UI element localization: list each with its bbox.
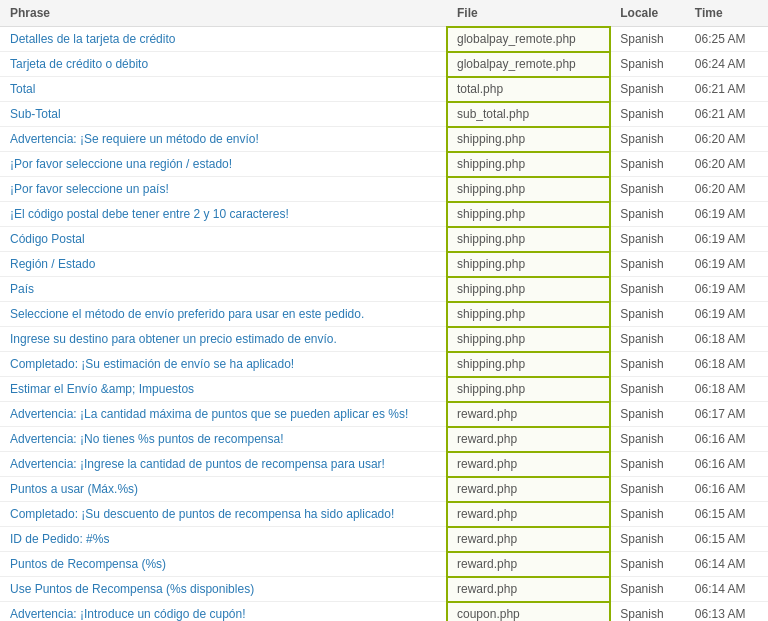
cell-phrase[interactable]: País [0,277,447,302]
cell-time: 06:18 AM [685,327,768,352]
table-row: ID de Pedido: #%sreward.phpSpanish06:15 … [0,527,768,552]
table-row: Advertencia: ¡No tienes %s puntos de rec… [0,427,768,452]
cell-locale: Spanish [610,402,685,427]
cell-phrase[interactable]: Use Puntos de Recompensa (%s disponibles… [0,577,447,602]
cell-file: reward.php [447,527,610,552]
cell-locale: Spanish [610,477,685,502]
cell-file: shipping.php [447,152,610,177]
cell-locale: Spanish [610,27,685,52]
cell-time: 06:19 AM [685,277,768,302]
cell-phrase[interactable]: Ingrese su destino para obtener un preci… [0,327,447,352]
cell-phrase[interactable]: Puntos a usar (Máx.%s) [0,477,447,502]
cell-file: shipping.php [447,302,610,327]
cell-file: shipping.php [447,327,610,352]
cell-time: 06:16 AM [685,427,768,452]
cell-time: 06:20 AM [685,177,768,202]
cell-phrase[interactable]: Puntos de Recompensa (%s) [0,552,447,577]
cell-time: 06:20 AM [685,127,768,152]
cell-phrase[interactable]: Región / Estado [0,252,447,277]
cell-phrase[interactable]: Sub-Total [0,102,447,127]
cell-file: reward.php [447,552,610,577]
cell-phrase[interactable]: Estimar el Envío &amp; Impuestos [0,377,447,402]
cell-file: shipping.php [447,252,610,277]
cell-locale: Spanish [610,177,685,202]
cell-phrase[interactable]: Completado: ¡Su estimación de envío se h… [0,352,447,377]
cell-locale: Spanish [610,152,685,177]
cell-locale: Spanish [610,377,685,402]
cell-phrase[interactable]: ID de Pedido: #%s [0,527,447,552]
table-row: Región / Estadoshipping.phpSpanish06:19 … [0,252,768,277]
table-row: Advertencia: ¡La cantidad máxima de punt… [0,402,768,427]
cell-phrase[interactable]: Seleccione el método de envío preferido … [0,302,447,327]
cell-phrase[interactable]: Total [0,77,447,102]
cell-time: 06:17 AM [685,402,768,427]
table-row: Completado: ¡Su descuento de puntos de r… [0,502,768,527]
cell-time: 06:16 AM [685,477,768,502]
cell-phrase[interactable]: ¡El código postal debe tener entre 2 y 1… [0,202,447,227]
cell-locale: Spanish [610,552,685,577]
table-row: Paísshipping.phpSpanish06:19 AM [0,277,768,302]
col-header-time: Time [685,0,768,27]
table-row: Puntos a usar (Máx.%s)reward.phpSpanish0… [0,477,768,502]
table-row: ¡El código postal debe tener entre 2 y 1… [0,202,768,227]
cell-phrase[interactable]: ¡Por favor seleccione una región / estad… [0,152,447,177]
table-row: Totaltotal.phpSpanish06:21 AM [0,77,768,102]
cell-time: 06:24 AM [685,52,768,77]
cell-locale: Spanish [610,277,685,302]
table-row: Tarjeta de crédito o débitoglobalpay_rem… [0,52,768,77]
table-row: Advertencia: ¡Ingrese la cantidad de pun… [0,452,768,477]
cell-time: 06:25 AM [685,27,768,52]
cell-time: 06:15 AM [685,527,768,552]
cell-time: 06:19 AM [685,302,768,327]
table-row: ¡Por favor seleccione una región / estad… [0,152,768,177]
cell-file: coupon.php [447,602,610,622]
col-header-phrase: Phrase [0,0,447,27]
cell-phrase[interactable]: Advertencia: ¡No tienes %s puntos de rec… [0,427,447,452]
cell-locale: Spanish [610,302,685,327]
cell-locale: Spanish [610,77,685,102]
cell-phrase[interactable]: Advertencia: ¡Se requiere un método de e… [0,127,447,152]
cell-locale: Spanish [610,52,685,77]
cell-phrase[interactable]: Advertencia: ¡Introduce un código de cup… [0,602,447,622]
table-row: ¡Por favor seleccione un país!shipping.p… [0,177,768,202]
cell-time: 06:19 AM [685,202,768,227]
cell-locale: Spanish [610,577,685,602]
cell-file: shipping.php [447,352,610,377]
cell-locale: Spanish [610,427,685,452]
cell-file: globalpay_remote.php [447,27,610,52]
table-row: Use Puntos de Recompensa (%s disponibles… [0,577,768,602]
cell-time: 06:21 AM [685,102,768,127]
table-header-row: Phrase File Locale Time [0,0,768,27]
cell-file: shipping.php [447,202,610,227]
cell-file: shipping.php [447,277,610,302]
cell-locale: Spanish [610,527,685,552]
table-row: Puntos de Recompensa (%s)reward.phpSpani… [0,552,768,577]
cell-phrase[interactable]: Advertencia: ¡Ingrese la cantidad de pun… [0,452,447,477]
cell-locale: Spanish [610,252,685,277]
cell-phrase[interactable]: Tarjeta de crédito o débito [0,52,447,77]
table-row: Estimar el Envío &amp; Impuestosshipping… [0,377,768,402]
table-row: Advertencia: ¡Se requiere un método de e… [0,127,768,152]
cell-time: 06:15 AM [685,502,768,527]
cell-time: 06:16 AM [685,452,768,477]
cell-file: globalpay_remote.php [447,52,610,77]
cell-locale: Spanish [610,602,685,622]
col-header-file: File [447,0,610,27]
cell-file: shipping.php [447,377,610,402]
cell-locale: Spanish [610,502,685,527]
cell-file: shipping.php [447,127,610,152]
cell-phrase[interactable]: Completado: ¡Su descuento de puntos de r… [0,502,447,527]
cell-time: 06:18 AM [685,352,768,377]
table-row: Completado: ¡Su estimación de envío se h… [0,352,768,377]
cell-phrase[interactable]: Detalles de la tarjeta de crédito [0,27,447,52]
translations-table: Phrase File Locale Time Detalles de la t… [0,0,768,621]
table-row: Detalles de la tarjeta de créditoglobalp… [0,27,768,52]
cell-phrase[interactable]: Código Postal [0,227,447,252]
cell-phrase[interactable]: ¡Por favor seleccione un país! [0,177,447,202]
table-row: Código Postalshipping.phpSpanish06:19 AM [0,227,768,252]
table-row: Advertencia: ¡Introduce un código de cup… [0,602,768,622]
table-row: Sub-Totalsub_total.phpSpanish06:21 AM [0,102,768,127]
cell-file: reward.php [447,577,610,602]
cell-phrase[interactable]: Advertencia: ¡La cantidad máxima de punt… [0,402,447,427]
col-header-locale: Locale [610,0,685,27]
